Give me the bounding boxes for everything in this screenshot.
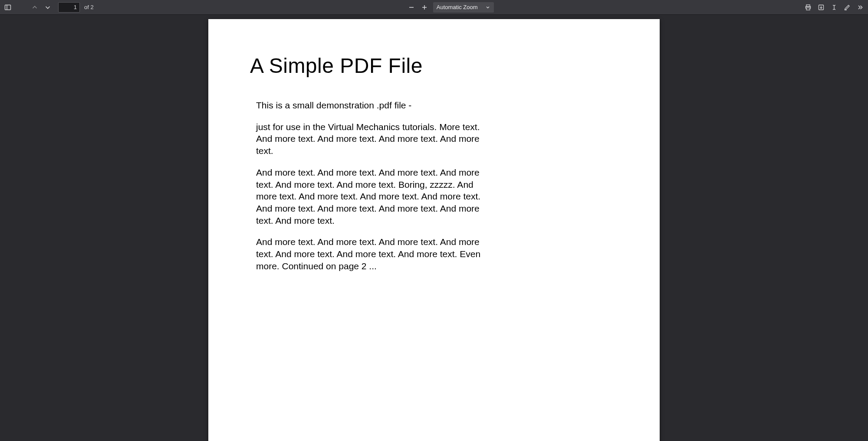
document-title: A Simple PDF File — [250, 54, 612, 78]
chevron-down-icon — [485, 5, 490, 10]
toolbar-left-group: of 2 — [2, 1, 97, 13]
save-button[interactable] — [815, 1, 827, 13]
text-cursor-icon — [831, 4, 838, 11]
minus-icon — [408, 4, 415, 11]
zoom-select-label: Automatic Zoom — [437, 4, 485, 10]
toolbar-right-group — [802, 1, 866, 13]
svg-rect-0 — [5, 5, 11, 10]
toolbar-center-group: Automatic Zoom — [97, 1, 802, 13]
zoom-in-button[interactable] — [418, 1, 431, 13]
download-icon — [818, 4, 825, 11]
pdf-page: A Simple PDF File This is a small demons… — [208, 19, 660, 441]
document-paragraph: This is a small demonstration .pdf file … — [256, 99, 490, 111]
text-tool-button[interactable] — [828, 1, 840, 13]
next-page-button[interactable] — [42, 1, 54, 13]
print-button[interactable] — [802, 1, 814, 13]
tools-menu-button[interactable] — [854, 1, 866, 13]
document-paragraph: And more text. And more text. And more t… — [256, 236, 490, 272]
draw-tool-button[interactable] — [841, 1, 853, 13]
document-paragraph: just for use in the Virtual Mechanics tu… — [256, 121, 490, 157]
page-count-label: of 2 — [81, 4, 97, 10]
chevron-double-right-icon — [857, 4, 864, 11]
plus-icon — [421, 4, 428, 11]
previous-page-button[interactable] — [29, 1, 41, 13]
zoom-out-button[interactable] — [405, 1, 418, 13]
pdf-toolbar: of 2 Automatic Zoom — [0, 0, 868, 15]
toggle-sidebar-button[interactable] — [2, 1, 14, 13]
chevron-up-icon — [31, 4, 38, 11]
pdf-viewer-area[interactable]: A Simple PDF File This is a small demons… — [0, 15, 868, 441]
page-number-input[interactable] — [58, 2, 80, 13]
print-icon — [805, 4, 812, 11]
sidebar-icon — [4, 4, 11, 11]
document-paragraph: And more text. And more text. And more t… — [256, 167, 490, 227]
zoom-select[interactable]: Automatic Zoom — [433, 2, 494, 13]
svg-rect-6 — [806, 8, 810, 10]
pencil-icon — [844, 4, 851, 11]
chevron-down-icon — [44, 4, 51, 11]
